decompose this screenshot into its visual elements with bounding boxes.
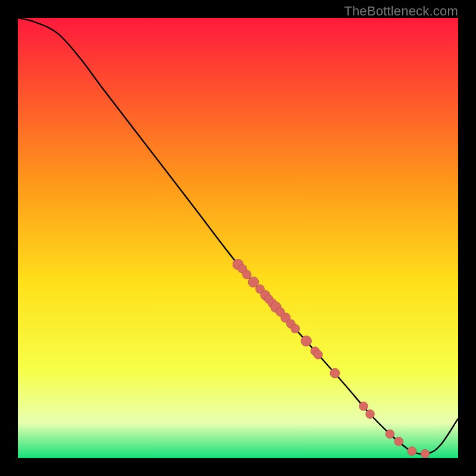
data-dot: [314, 350, 322, 359]
data-dot: [291, 324, 300, 333]
chart-svg: [18, 18, 458, 458]
data-dot: [366, 410, 375, 419]
data-dot: [394, 437, 403, 446]
attribution-label: TheBottleneck.com: [344, 4, 458, 19]
data-dot: [421, 449, 430, 458]
data-dot: [359, 402, 368, 411]
data-dot: [330, 368, 340, 378]
data-dot: [242, 270, 251, 279]
data-dot: [408, 447, 416, 456]
gradient-background: [18, 18, 458, 458]
data-dot: [301, 336, 312, 346]
plot-area: [18, 18, 458, 458]
data-dot: [386, 430, 394, 439]
chart-frame: TheBottleneck.com: [0, 0, 476, 476]
